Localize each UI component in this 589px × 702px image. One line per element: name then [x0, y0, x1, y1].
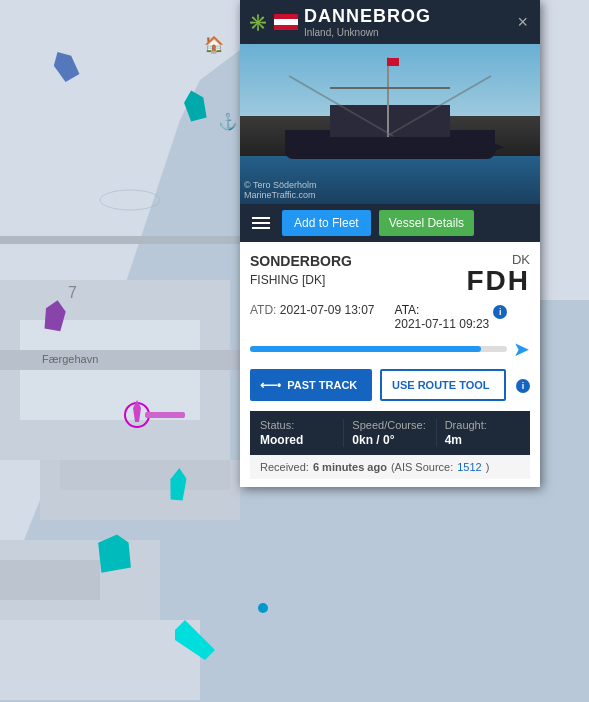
panel-toolbar: Add to Fleet Vessel Details — [240, 204, 540, 242]
vessel-image: © Tero Söderholm MarineTraffic.com — [240, 44, 540, 204]
progress-section: ➤ — [250, 339, 530, 359]
status-bar: Status: Moored Speed/Course: 0kn / 0° Dr… — [250, 411, 530, 455]
received-time: 6 minutes ago — [313, 461, 387, 473]
vessel-panel: ✳️ DANNEBROG Inland, Unknown × — [240, 0, 540, 487]
atd-value: 2021-07-09 13:07 — [280, 303, 375, 317]
voyage-from: SONDERBORG FISHING [DK] — [250, 252, 352, 288]
svg-rect-14 — [60, 460, 230, 490]
ata-value: 2021-07-11 09:23 — [395, 317, 490, 331]
panel-info: SONDERBORG FISHING [DK] DK FDH ATD: 2021… — [240, 242, 540, 487]
received-bar: Received: 6 minutes ago (AIS Source: 151… — [250, 455, 530, 479]
ais-suffix: ) — [486, 461, 490, 473]
vessel-name: DANNEBROG — [304, 6, 507, 27]
track-buttons: ⟵• PAST TRACK USE ROUTE TOOL i — [250, 369, 530, 401]
progress-arrow: ➤ — [513, 339, 530, 359]
menu-button[interactable] — [248, 210, 274, 236]
status-value: Moored — [260, 433, 303, 447]
draught-cell: Draught: 4m — [437, 419, 520, 447]
times-section: ATD: 2021-07-09 13:07 ATA: 2021-07-11 09… — [250, 303, 530, 331]
close-button[interactable]: × — [513, 10, 532, 35]
progress-bar — [250, 346, 507, 352]
svg-text:⚓: ⚓ — [218, 112, 238, 131]
draught-value: 4m — [445, 433, 462, 447]
ais-source-link[interactable]: 1512 — [457, 461, 481, 473]
past-track-label: PAST TRACK — [287, 379, 357, 391]
ata-block: ATA: 2021-07-11 09:23 i — [395, 303, 508, 331]
ais-prefix: (AIS Source: — [391, 461, 453, 473]
callsign-code: FDH — [466, 267, 530, 295]
voyage-section: SONDERBORG FISHING [DK] DK FDH — [250, 252, 530, 295]
route-info-icon[interactable]: i — [516, 379, 530, 393]
route-tool-button[interactable]: USE ROUTE TOOL — [380, 369, 506, 401]
svg-rect-7 — [0, 620, 200, 700]
atd-block: ATD: 2021-07-09 13:07 — [250, 303, 375, 331]
panel-header: ✳️ DANNEBROG Inland, Unknown × — [240, 0, 540, 44]
status-label: Status: — [260, 419, 335, 431]
svg-rect-15 — [0, 560, 100, 600]
svg-rect-23 — [145, 412, 185, 418]
route-tool-label: USE ROUTE TOOL — [392, 379, 490, 391]
ata-label: ATA: — [395, 303, 420, 317]
svg-text:Færgehavn: Færgehavn — [42, 353, 98, 365]
add-to-fleet-button[interactable]: Add to Fleet — [282, 210, 371, 236]
past-track-button[interactable]: ⟵• PAST TRACK — [250, 369, 372, 401]
progress-bar-fill — [250, 346, 481, 352]
vessel-details-button[interactable]: Vessel Details — [379, 210, 474, 236]
status-cell: Status: Moored — [260, 419, 344, 447]
speed-cell: Speed/Course: 0kn / 0° — [344, 419, 436, 447]
danish-flag-icon — [274, 14, 298, 30]
callsign-block: DK FDH — [466, 252, 530, 295]
vessel-subtitle: Inland, Unknown — [304, 27, 507, 38]
vessel-name-block: DANNEBROG Inland, Unknown — [304, 6, 507, 38]
past-track-icon: ⟵• — [260, 378, 281, 392]
svg-text:🏠: 🏠 — [204, 35, 224, 54]
svg-rect-2 — [0, 0, 240, 30]
svg-point-27 — [258, 603, 268, 613]
svg-text:7: 7 — [68, 284, 77, 301]
draught-label: Draught: — [445, 419, 520, 431]
received-prefix: Received: — [260, 461, 309, 473]
svg-rect-10 — [0, 350, 240, 370]
ata-info-icon[interactable]: i — [493, 305, 507, 319]
speed-label: Speed/Course: — [352, 419, 427, 431]
atd-label: ATD: — [250, 303, 276, 317]
image-credit: © Tero Söderholm MarineTraffic.com — [244, 180, 317, 200]
speed-value: 0kn / 0° — [352, 433, 394, 447]
vessel-sun-icon: ✳️ — [248, 13, 268, 32]
